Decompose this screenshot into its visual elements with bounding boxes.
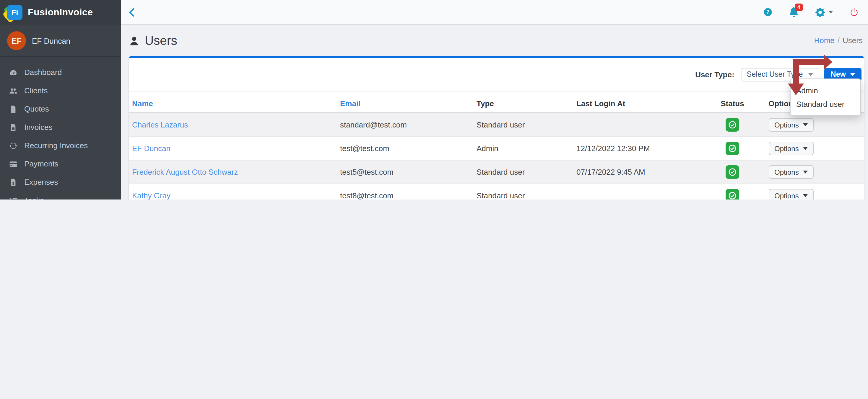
user-last-login: [573, 113, 700, 137]
status-badge: [725, 189, 739, 199]
user-name-link[interactable]: Charles Lazarus: [132, 121, 188, 129]
check-circle-icon: [728, 168, 737, 176]
sync-icon: [8, 141, 18, 149]
sidebar-collapse-chevron-icon[interactable]: [127, 7, 136, 17]
users-card: User Type: Select User Type New: [128, 56, 864, 199]
column-header-status: Status: [700, 96, 765, 113]
column-header-name[interactable]: Name: [128, 96, 337, 113]
column-header-last-login: Last Login At: [573, 96, 700, 113]
user-name-link[interactable]: Frederick August Otto Schwarz: [132, 168, 238, 176]
user-email: test5@test.com: [337, 160, 473, 184]
app-window: Fi FusionInvoice EF EF Duncan Dashboard …: [0, 0, 868, 199]
card-toolbar: User Type: Select User Type New: [128, 58, 864, 92]
new-button-label: New: [831, 70, 846, 78]
tachometer-icon: [8, 68, 18, 76]
breadcrumb-home-link[interactable]: Home: [814, 36, 834, 45]
options-button[interactable]: Options: [769, 142, 814, 155]
user-type: Standard user: [473, 113, 573, 137]
options-button[interactable]: Options: [769, 118, 814, 132]
table-row: EF Duncan test@test.com Admin 12/12/2022…: [128, 137, 864, 160]
check-circle-icon: [728, 144, 737, 153]
breadcrumb-current: Users: [843, 36, 863, 45]
notifications-button[interactable]: 4: [789, 7, 799, 17]
sidebar-item-expenses[interactable]: Expenses: [0, 173, 121, 191]
user-name: EF Duncan: [32, 36, 70, 45]
avatar: EF: [7, 31, 26, 50]
sidebar-item-label: Payments: [24, 159, 59, 168]
sidebar-user[interactable]: EF EF Duncan: [0, 25, 121, 57]
sidebar-item-tasks[interactable]: Tasks: [0, 191, 121, 199]
sidebar-item-label: Quotes: [24, 104, 49, 113]
file-icon: [8, 105, 18, 113]
sidebar-item-label: Tasks: [24, 196, 44, 199]
users-table: Name Email Type Last Login At Status Opt…: [128, 96, 864, 199]
user-name-link[interactable]: EF Duncan: [132, 144, 170, 153]
file-dollar-icon: [8, 178, 18, 186]
breadcrumb-separator: /: [838, 36, 840, 45]
chevron-down-icon: [808, 73, 813, 76]
table-row: Frederick August Otto Schwarz test5@test…: [128, 160, 864, 184]
check-circle-icon: [728, 191, 737, 199]
user-name-link[interactable]: Kathy Gray: [132, 191, 170, 199]
user-last-login: 12/12/2022 12:30 PM: [573, 137, 700, 160]
user-icon: [129, 35, 140, 46]
user-email: test8@test.com: [337, 184, 473, 199]
page-title: Users: [129, 33, 177, 47]
check-circle-icon: [728, 121, 737, 129]
sidebar-item-quotes[interactable]: Quotes: [0, 100, 121, 118]
user-type: Standard user: [473, 184, 573, 199]
tasks-icon: [8, 196, 18, 199]
gear-icon: [815, 7, 825, 17]
credit-card-icon: [8, 160, 18, 168]
options-button[interactable]: Options: [769, 189, 814, 199]
caret-down-icon: [803, 123, 808, 126]
brand[interactable]: Fi FusionInvoice: [0, 0, 121, 25]
table-row: Kathy Gray test8@test.com Standard user …: [128, 184, 864, 199]
brand-name: FusionInvoice: [28, 7, 93, 18]
user-email: standard@test.com: [337, 113, 473, 137]
status-badge: [725, 142, 739, 155]
sidebar-item-label: Expenses: [24, 178, 58, 187]
column-header-email[interactable]: Email: [337, 96, 473, 113]
help-icon[interactable]: [764, 8, 772, 16]
sidebar-item-payments[interactable]: Payments: [0, 155, 121, 173]
menu-item-admin[interactable]: Admin: [790, 84, 860, 97]
table-row: Charles Lazarus standard@test.com Standa…: [128, 113, 864, 137]
caret-down-icon: [803, 147, 808, 150]
sidebar-item-recurring-invoices[interactable]: Recurring Invoices: [0, 136, 121, 155]
column-header-type: Type: [473, 96, 573, 113]
main-content: Users Home/Users User Type: Select User …: [121, 25, 868, 199]
file-invoice-icon: [8, 123, 18, 131]
options-button[interactable]: Options: [769, 165, 814, 179]
sidebar-item-label: Dashboard: [24, 68, 62, 77]
menu-item-standard-user[interactable]: Standard user: [790, 97, 860, 111]
user-type-label: User Type:: [695, 70, 734, 79]
user-type-select-value: Select User Type: [747, 70, 803, 78]
sidebar: Fi FusionInvoice EF EF Duncan Dashboard …: [0, 0, 121, 199]
user-last-login: 07/17/2022 9:45 AM: [573, 160, 700, 184]
caret-down-icon: [803, 171, 808, 173]
power-icon[interactable]: [850, 8, 859, 16]
breadcrumb: Home/Users: [814, 36, 863, 45]
caret-down-icon: [850, 73, 855, 76]
new-user-dropdown-menu: Admin Standard user: [790, 78, 861, 116]
user-email: test@test.com: [337, 137, 473, 160]
sidebar-item-label: Recurring Invoices: [24, 141, 88, 150]
sidebar-menu: Dashboard Clients Quotes Invoices Recurr…: [0, 57, 121, 199]
sidebar-item-invoices[interactable]: Invoices: [0, 118, 121, 136]
sidebar-item-clients[interactable]: Clients: [0, 81, 121, 100]
page-title-text: Users: [145, 33, 177, 47]
users-table-container: Name Email Type Last Login At Status Opt…: [128, 92, 864, 199]
users-icon: [8, 87, 18, 95]
settings-menu-button[interactable]: [815, 7, 833, 17]
status-badge: [725, 118, 739, 132]
table-header-row: Name Email Type Last Login At Status Opt…: [128, 96, 864, 113]
sidebar-item-dashboard[interactable]: Dashboard: [0, 63, 121, 81]
sidebar-item-label: Invoices: [24, 123, 52, 132]
user-type: Standard user: [473, 160, 573, 184]
caret-down-icon: [829, 11, 833, 13]
user-type: Admin: [473, 137, 573, 160]
status-badge: [725, 165, 739, 179]
topbar: 4: [121, 0, 868, 25]
caret-down-icon: [803, 194, 808, 197]
